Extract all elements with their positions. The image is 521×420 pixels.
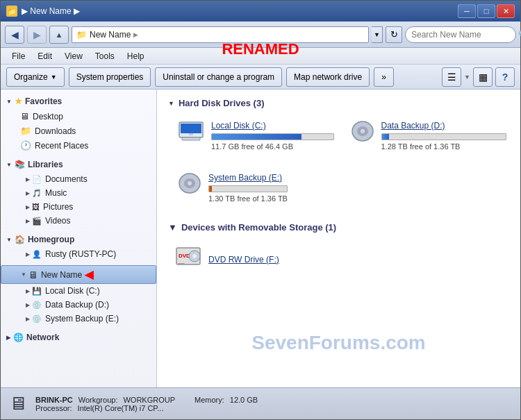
sidebar-homegroup-section: ▼ 🏠 Homegroup ▶ 👤 Rusty (RUSTY-PC) (1, 232, 156, 261)
sidebar-item-local-disk-c[interactable]: ▶ 💾 Local Disk (C:) (1, 284, 156, 298)
svg-point-9 (188, 181, 192, 185)
toolbar-right: ☰ ▼ ▦ ? (442, 67, 515, 87)
memory-value: 12.0 GB (230, 396, 258, 404)
sidebar: ▼ ★ Favorites 🖥 Desktop 📁 Downloads 🕐 Re… (1, 90, 157, 387)
maximize-button[interactable]: □ (477, 4, 495, 18)
drive-c-info: Local Disk (C:) 11.7 GB free of 46.4 GB (211, 121, 334, 151)
sidebar-favorites-header[interactable]: ▼ ★ Favorites (1, 94, 156, 109)
desktop-label: Desktop (33, 112, 63, 121)
dvd-item[interactable]: DVD DVD RW Drive (F:) (168, 242, 509, 276)
removable-arrow: ▼ (168, 222, 177, 233)
drive-data-backup-d[interactable]: Data Backup (D:) 1.28 TB free of 1.36 TB (348, 118, 510, 153)
network-icon: 🌐 (13, 333, 24, 342)
menu-file[interactable]: File (6, 50, 31, 62)
dvd-icon: DVD (175, 245, 201, 274)
local-disk-label: Local Disk (C:) (45, 286, 100, 296)
status-bar: 🖥 BRINK-PC Workgroup: WORKGROUP Memory: … (1, 387, 520, 419)
videos-expand: ▶ (26, 218, 30, 224)
system-properties-button[interactable]: System properties (69, 67, 151, 87)
sidebar-item-videos[interactable]: ▶ 🎬 Videos (1, 214, 156, 228)
title-bar-text: ▶ New Name ▶ (22, 6, 458, 16)
music-expand: ▶ (26, 190, 30, 196)
map-network-button[interactable]: Map network drive (286, 67, 370, 87)
network-arrow: ▶ (6, 335, 10, 341)
refresh-button[interactable]: ↻ (386, 26, 402, 43)
removable-section-title: ▼ Devices with Removable Storage (1) (168, 222, 509, 233)
search-box[interactable]: 🔍 (405, 26, 516, 43)
sidebar-item-computer[interactable]: ▼ 🖥 New Name ◀ (1, 265, 156, 284)
forward-button[interactable]: ▶ (27, 26, 47, 44)
computer-name-label: BRINK-PC (35, 396, 73, 404)
libraries-label: Libraries (28, 160, 63, 169)
recent-places-label: Recent Places (35, 141, 88, 151)
more-button[interactable]: » (374, 67, 394, 87)
drive-d-size: 1.28 TB free of 1.36 TB (381, 142, 507, 151)
svg-point-6 (361, 129, 365, 133)
menu-tools[interactable]: Tools (90, 50, 120, 62)
homegroup-icon: 🏠 (15, 235, 25, 244)
sidebar-network-header[interactable]: ▶ 🌐 Network (1, 330, 156, 345)
pictures-label: Pictures (43, 202, 73, 212)
drives-grid: Local Disk (C:) 11.7 GB free of 46.4 GB (168, 118, 509, 153)
sidebar-favorites-section: ▼ ★ Favorites 🖥 Desktop 📁 Downloads 🕐 Re… (1, 94, 156, 153)
organize-button[interactable]: Organize ▼ (6, 67, 65, 87)
minimize-button[interactable]: ─ (458, 4, 476, 18)
local-disk-icon: 💾 (32, 287, 42, 296)
drive-single-row: System Backup (E:) 1.30 TB free of 1.36 … (168, 170, 509, 205)
sidebar-item-recent-places[interactable]: 🕐 Recent Places (1, 138, 156, 153)
drive-system-backup-e[interactable]: System Backup (E:) 1.30 TB free of 1.36 … (175, 170, 290, 205)
menu-bar: File Edit View Tools Help RENAMED (1, 48, 520, 65)
close-button[interactable]: ✕ (497, 4, 515, 18)
dvd-name: DVD RW Drive (F:) (208, 255, 279, 264)
downloads-icon: 📁 (20, 126, 31, 136)
sidebar-libraries-header[interactable]: ▼ 📚 Libraries (1, 157, 156, 172)
hard-disk-arrow: ▼ (168, 100, 174, 107)
drive-c-bar-bg (211, 133, 334, 140)
sidebar-item-music[interactable]: ▶ 🎵 Music (1, 186, 156, 200)
menu-help[interactable]: Help (122, 50, 150, 62)
red-arrow-indicator: ◀ (85, 268, 93, 281)
title-bar-buttons: ─ □ ✕ (458, 4, 515, 18)
status-info: BRINK-PC Workgroup: WORKGROUP Memory: 12… (35, 396, 258, 412)
drive-d-info: Data Backup (D:) 1.28 TB free of 1.36 TB (381, 121, 507, 151)
sidebar-homegroup-header[interactable]: ▼ 🏠 Homegroup (1, 232, 156, 247)
drive-e-size: 1.30 TB free of 1.36 TB (208, 194, 288, 203)
sidebar-item-data-backup-d[interactable]: ▶ 💿 Data Backup (D:) (1, 298, 156, 312)
address-input[interactable]: 📁 New Name ▶ (72, 26, 369, 43)
menu-edit[interactable]: Edit (32, 50, 58, 62)
sidebar-item-downloads[interactable]: 📁 Downloads (1, 124, 156, 138)
svg-rect-1 (181, 124, 201, 133)
menu-view[interactable]: View (59, 50, 88, 62)
recent-places-icon: 🕐 (20, 140, 31, 151)
title-bar: 📁 ▶ New Name ▶ ─ □ ✕ (1, 1, 520, 22)
preview-button[interactable]: ▦ (473, 67, 493, 87)
videos-label: Videos (45, 216, 70, 226)
drive-e-bar-bg (208, 185, 288, 192)
videos-icon: 🎬 (32, 217, 42, 226)
back-button[interactable]: ◀ (5, 26, 24, 44)
uninstall-button[interactable]: Uninstall or change a program (155, 67, 282, 87)
rusty-label: Rusty (RUSTY-PC) (45, 249, 116, 259)
sidebar-item-documents[interactable]: ▶ 📄 Documents (1, 172, 156, 186)
network-label: Network (26, 333, 59, 342)
sidebar-item-rusty[interactable]: ▶ 👤 Rusty (RUSTY-PC) (1, 247, 156, 261)
favorites-star-icon: ★ (15, 96, 22, 106)
drive-local-disk-c[interactable]: Local Disk (C:) 11.7 GB free of 46.4 GB (175, 118, 337, 153)
uninstall-label: Uninstall or change a program (163, 72, 274, 82)
svg-rect-3 (182, 137, 200, 140)
sidebar-item-pictures[interactable]: ▶ 🖼 Pictures (1, 200, 156, 214)
drive-d-name: Data Backup (D:) (381, 121, 507, 131)
address-dropdown[interactable]: ▼ (372, 26, 383, 43)
system-properties-label: System properties (76, 72, 144, 82)
help-button[interactable]: ? (495, 67, 515, 87)
computer-label: New Name (41, 270, 82, 280)
sidebar-item-system-backup-e[interactable]: ▶ 💿 System Backup (E:) (1, 312, 156, 326)
music-icon: 🎵 (32, 189, 42, 198)
up-button[interactable]: ▲ (49, 26, 69, 44)
search-input[interactable] (411, 30, 515, 40)
removable-title: Devices with Removable Storage (1) (181, 222, 336, 233)
view-options-button[interactable]: ☰ (442, 67, 461, 87)
data-backup-expand: ▶ (26, 302, 30, 308)
workgroup-value: WORKGROUP (123, 396, 175, 404)
sidebar-item-desktop[interactable]: 🖥 Desktop (1, 109, 156, 124)
